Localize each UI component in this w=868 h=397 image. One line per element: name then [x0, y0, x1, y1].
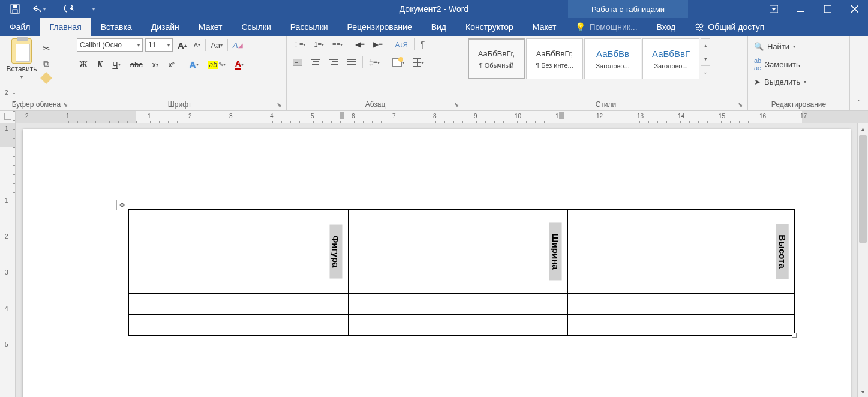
copy-button[interactable]: ⧉	[40, 58, 53, 70]
highlight-button[interactable]: ab✎▾	[206, 59, 228, 70]
paragraph-launcher[interactable]: ⬊	[454, 101, 459, 108]
ruler-number: 1	[5, 125, 8, 132]
shrink-font-button[interactable]: A▾	[191, 40, 203, 50]
tab-table-layout[interactable]: Макет	[523, 18, 566, 36]
line-spacing-button[interactable]: ‡≡▾	[367, 57, 382, 68]
sort-button[interactable]: А↓Я	[393, 40, 410, 49]
styles-gallery[interactable]: АаБбВвГг,¶ Обычный АаБбВвГг,¶ Без инте..…	[468, 38, 710, 79]
redo-button[interactable]	[58, 0, 82, 18]
undo-button[interactable]: ▾	[29, 0, 53, 18]
change-case-button[interactable]: Aa▾	[208, 40, 225, 51]
styles-launcher[interactable]: ⬊	[738, 101, 743, 108]
tab-view[interactable]: Вид	[422, 18, 456, 36]
ribbon-display-button[interactable]	[760, 0, 787, 18]
chevron-down-icon[interactable]: ▾	[43, 7, 49, 12]
ruler-column-marker[interactable]	[340, 112, 344, 119]
select-button[interactable]: ➤Выделить▾	[752, 76, 809, 88]
minimize-button[interactable]	[787, 0, 814, 18]
align-center-button[interactable]	[308, 58, 323, 67]
borders-button[interactable]: ▾	[410, 57, 426, 68]
table-move-handle[interactable]: ✥	[116, 200, 127, 210]
table-cell[interactable]	[568, 315, 795, 336]
find-button[interactable]: 🔍Найти▾	[752, 41, 798, 52]
shading-button[interactable]: ▾	[390, 57, 407, 68]
style-normal[interactable]: АаБбВвГг,¶ Обычный	[468, 38, 525, 79]
qat-customize-button[interactable]: ▾	[86, 0, 104, 18]
tab-references[interactable]: Ссылки	[232, 18, 280, 36]
font-size-combo[interactable]: 11▾	[145, 38, 173, 52]
vertical-scrollbar[interactable]: ▴ ▾	[857, 123, 868, 397]
maximize-button[interactable]	[814, 0, 841, 18]
tab-table-design[interactable]: Конструктор	[456, 18, 523, 36]
scroll-down-button[interactable]: ▾	[858, 386, 868, 397]
clipboard-launcher[interactable]: ⬊	[63, 101, 68, 108]
grow-font-button[interactable]: A▴	[175, 39, 189, 52]
table-cell[interactable]	[349, 315, 568, 336]
align-left-button[interactable]	[290, 58, 305, 67]
document-table[interactable]: ФигураШиринаВысота	[128, 209, 795, 336]
numbering-button[interactable]: 1≡▾	[311, 40, 326, 49]
font-name-combo[interactable]: Calibri (Осно▾	[77, 38, 143, 52]
horizontal-ruler[interactable]: 211234567891011121314151617	[16, 111, 868, 123]
underline-button[interactable]: Ч▾	[110, 59, 122, 71]
save-button[interactable]	[6, 0, 24, 18]
table-cell[interactable]	[349, 294, 568, 315]
tab-design[interactable]: Дизайн	[142, 18, 189, 36]
page[interactable]: ✥ ФигураШиринаВысота	[23, 129, 851, 397]
tab-review[interactable]: Рецензирование	[338, 18, 422, 36]
italic-button[interactable]: К	[95, 59, 106, 71]
text-effects-button[interactable]: A▾	[187, 58, 201, 71]
bold-button[interactable]: Ж	[77, 59, 90, 71]
tell-me-button[interactable]: 💡Помощник...	[566, 18, 647, 36]
subscript-button[interactable]: x₂	[150, 59, 161, 70]
close-button[interactable]	[841, 0, 868, 18]
ruler-number: 2	[25, 113, 29, 119]
format-painter-button[interactable]	[40, 73, 53, 83]
tab-home[interactable]: Главная	[40, 18, 91, 36]
justify-button[interactable]	[344, 58, 359, 67]
table-header-cell[interactable]: Ширина	[349, 210, 568, 294]
style-no-spacing[interactable]: АаБбВвГг,¶ Без инте...	[526, 38, 583, 79]
decrease-indent-button[interactable]: ◀≡	[353, 39, 367, 50]
table-cell[interactable]	[129, 294, 349, 315]
multilevel-button[interactable]: ≡≡▾	[330, 40, 345, 49]
table-cell[interactable]	[568, 294, 795, 315]
ruler-column-marker[interactable]	[559, 112, 564, 119]
scroll-thumb[interactable]	[859, 135, 867, 243]
table-header-cell[interactable]: Фигура	[129, 210, 349, 294]
styles-expand[interactable]: ⌄	[701, 66, 710, 79]
cut-button[interactable]: ✂	[40, 42, 53, 55]
tab-layout[interactable]: Макет	[189, 18, 232, 36]
paste-button[interactable]: Вставить ▾	[4, 38, 40, 80]
table-resize-handle[interactable]	[792, 333, 797, 338]
style-heading2[interactable]: АаБбВвГЗаголово...	[642, 38, 699, 79]
tab-file[interactable]: Файл	[0, 18, 40, 36]
chevron-down-icon: ▾	[322, 42, 324, 47]
align-right-button[interactable]	[326, 58, 341, 67]
numbering-icon: 1≡	[314, 41, 322, 48]
bullets-button[interactable]: ⋮≡▾	[290, 40, 308, 49]
superscript-button[interactable]: x²	[166, 59, 177, 70]
collapse-ribbon-button[interactable]: ˄	[850, 36, 868, 110]
scroll-up-button[interactable]: ▴	[858, 123, 868, 134]
font-launcher[interactable]: ⬊	[277, 101, 281, 108]
document-canvas[interactable]: ✥ ФигураШиринаВысота	[16, 123, 868, 397]
strikethrough-button[interactable]: abc	[128, 59, 145, 70]
tab-mailings[interactable]: Рассылки	[281, 18, 338, 36]
clear-formatting-button[interactable]: A◢	[230, 40, 245, 51]
sign-in-button[interactable]: Вход	[647, 18, 686, 36]
styles-scroll-down[interactable]: ▾	[701, 52, 710, 65]
show-marks-button[interactable]: ¶	[418, 38, 428, 50]
lightbulb-icon: 💡	[575, 22, 585, 32]
styles-scroll-up[interactable]: ▴	[701, 39, 710, 52]
increase-indent-button[interactable]: ▶≡	[371, 39, 385, 50]
tab-insert[interactable]: Вставка	[91, 18, 142, 36]
font-color-button[interactable]: A▾	[233, 58, 246, 71]
table-header-cell[interactable]: Высота	[568, 210, 795, 294]
replace-button[interactable]: abacЗаменить	[752, 56, 803, 73]
style-heading1[interactable]: АаБбВвЗаголово...	[584, 38, 641, 79]
table-cell[interactable]	[129, 315, 349, 336]
vertical-ruler[interactable]: 2112345	[0, 123, 16, 397]
style-name: Заголово...	[645, 62, 696, 70]
share-button[interactable]: Общий доступ	[685, 18, 774, 36]
